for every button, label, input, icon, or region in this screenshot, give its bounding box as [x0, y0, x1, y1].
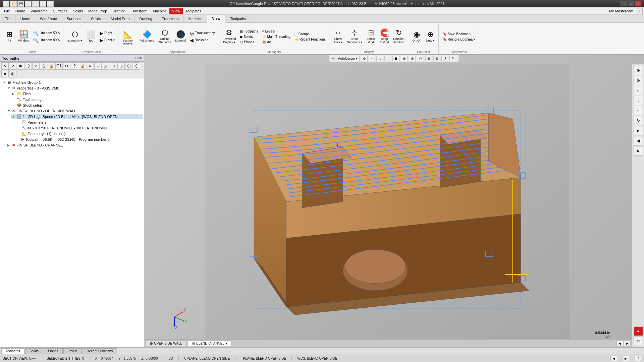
onoff-button[interactable]: ◉ On/Off	[411, 30, 423, 43]
tp-move[interactable]: ⬡	[133, 62, 140, 70]
unzoom50-button[interactable]: 🔍 Unzoom 50%	[32, 30, 61, 37]
section-view-button[interactable]: 📐 SectionView ▾	[121, 30, 134, 46]
qa-redo[interactable]: ↷	[40, 1, 46, 7]
ribbon-tab-home[interactable]: Home	[16, 15, 35, 22]
ribbon-tab-surfaces[interactable]: Surfaces	[62, 15, 86, 22]
tp-select[interactable]: ↖	[1, 62, 9, 70]
ac-btn7[interactable]: ⊗	[409, 56, 416, 61]
outline-shaded-button[interactable]: ⬡ OutlineShaded ▾	[157, 28, 173, 45]
tp-up[interactable]: △	[102, 62, 109, 70]
rt-settings[interactable]: ⚙	[634, 337, 643, 346]
rt-rotate[interactable]: ↻	[634, 116, 643, 125]
tree-expand-mg[interactable]: ▼	[3, 81, 6, 84]
menu-transform[interactable]: Transform	[128, 8, 150, 14]
tp-circle[interactable]: ◎	[9, 70, 16, 77]
tree-files[interactable]: ▶ 📁 Files	[11, 91, 143, 97]
tree-stock-setup[interactable]: 📦 Stock setup	[11, 102, 143, 108]
ac-btn2[interactable]: ○	[369, 56, 375, 61]
tp-box[interactable]: □	[110, 62, 117, 70]
planes-button[interactable]: ⬡ Planes	[238, 40, 259, 45]
bottom-tab-recent[interactable]: Recent Functions	[83, 348, 117, 354]
ribbon-tab-wireframe[interactable]: Wireframe	[35, 15, 62, 22]
fit-button[interactable]: ⊞ Fit	[3, 30, 15, 43]
tp-check[interactable]: G1	[55, 62, 63, 70]
menu-toolpaths[interactable]: Toolpaths	[183, 8, 204, 14]
toolpaths-mgr-button[interactable]: ☰ Toolpaths	[238, 29, 259, 34]
quick-access-toolbar[interactable]: 📄 📂 💾 🖨 ↶ ↷ ▾	[3, 1, 54, 7]
qa-undo[interactable]: ↶	[32, 1, 39, 7]
rt-pan-v[interactable]: ↕	[634, 96, 643, 105]
tp-close[interactable]: ✕	[139, 56, 142, 60]
qa-open[interactable]: 📂	[10, 1, 17, 7]
show-axes-button[interactable]: ↔ ShowAxes ▾	[332, 28, 344, 45]
rotation-position-button[interactable]: ↻ RotationPosition	[392, 28, 406, 45]
ac-btn10[interactable]: ⊠	[433, 56, 440, 61]
ribbon-tab-transform[interactable]: Transform	[157, 15, 184, 22]
show-grid-button[interactable]: ⊞ ShowGrid	[365, 28, 377, 45]
vp-nav-left[interactable]: ◀	[616, 341, 623, 346]
ribbon-tab-drafting[interactable]: Drafting	[135, 15, 157, 22]
tree-properties[interactable]: ▼ ⚙ Properties - 3 - AXIS VMC	[6, 85, 143, 91]
tp-wave2[interactable]: ≈	[87, 62, 94, 70]
tree-machine-group[interactable]: ▼ 🖥 Machine Group-1	[1, 80, 143, 85]
ac-btn6[interactable]: ⊕	[401, 56, 408, 61]
ac-btn8[interactable]: ⬡	[417, 56, 424, 61]
tree-tool-settings[interactable]: 🔧 Tool settings	[11, 97, 143, 102]
vp-nav-right[interactable]: ▶	[624, 341, 631, 346]
ribbon-tab-model-prep[interactable]: Model Prep	[106, 15, 135, 22]
ribbon-tab-machine[interactable]: Machine	[184, 15, 208, 22]
new-view-button[interactable]: ⊕ New ▾	[424, 30, 436, 43]
tp-transform[interactable]: ⬡	[24, 62, 32, 70]
tree-expand-fbc[interactable]: ▶	[7, 143, 11, 147]
bottom-tab-toolpaths[interactable]: Toolpaths	[1, 348, 24, 354]
tp-add[interactable]: ↗	[9, 62, 16, 70]
tp-filter[interactable]: ▽	[94, 62, 102, 70]
menu-drafting[interactable]: Drafting	[110, 8, 128, 14]
rt-nav2[interactable]: ▶	[634, 146, 643, 156]
tp-lock2[interactable]: 🔒	[79, 62, 86, 70]
tree-parameters[interactable]: 📋 Parameters	[15, 119, 143, 125]
show-gnomons-button[interactable]: ⊹ ShowGnomons ▾	[345, 28, 364, 45]
top-button[interactable]: ⬜ Top	[85, 30, 97, 43]
menu-wireframe[interactable]: Wireframe	[28, 8, 50, 14]
backside-button[interactable]: ◀ Backside	[189, 37, 216, 44]
isometric-button[interactable]: ⬡ Isometric ▾	[66, 30, 84, 43]
tree-expand-2dhs[interactable]: ▼	[12, 115, 15, 118]
autocursor-button[interactable]: AutoCursor ▾	[336, 56, 360, 61]
menu-model-prep[interactable]: Model Prep	[86, 8, 110, 14]
vp-tab-osw[interactable]: OPEN SIDE WALL	[146, 341, 186, 346]
tp-maximize[interactable]: □	[135, 56, 138, 60]
ac-btn3[interactable]: △	[376, 56, 383, 61]
art-button[interactable]: 🎨 Art	[261, 40, 292, 45]
groups-button[interactable]: ⬡ Groups	[293, 32, 327, 37]
ac-btn11[interactable]: ↺	[441, 56, 448, 61]
material-button[interactable]: 🌑 Material	[174, 30, 187, 43]
qa-more[interactable]: ▾	[47, 1, 54, 7]
tp-minimize[interactable]: ─	[131, 56, 134, 60]
qa-save[interactable]: 💾	[17, 1, 24, 7]
unzoom80-button[interactable]: 🔍 Unzoom 80%	[32, 37, 61, 44]
rt-zoom-out[interactable]: ⊖	[634, 76, 643, 85]
ribbon-tab-file[interactable]: File	[0, 15, 16, 22]
bottom-tab-solids[interactable]: Solids	[25, 348, 43, 354]
rt-record[interactable]: ●	[634, 326, 643, 336]
tp-help[interactable]: ?	[71, 62, 78, 70]
tree-toolpath-item[interactable]: ▶ Toolpath - 36.5K - 4062-23.NC - Progra…	[15, 136, 143, 142]
snap-to-grid-button[interactable]: 🧲 Snapto Grid	[378, 28, 390, 45]
ac-btn1[interactable]: ⊙	[361, 56, 368, 61]
tp-arrow[interactable]: ↣	[63, 62, 70, 70]
restore-bookmark-button[interactable]: 🔖 Restore Bookmark	[441, 37, 477, 42]
rt-nav1[interactable]: ◀	[634, 136, 643, 145]
rt-zoom-in[interactable]: ⊕	[634, 66, 643, 75]
window-controls[interactable]: ─ □ ✕	[621, 1, 641, 6]
status-nav-left[interactable]: ◀	[610, 356, 617, 361]
save-bookmark-button[interactable]: 🔖 Save Bookmark	[441, 32, 477, 37]
menu-solids[interactable]: Solids	[70, 8, 86, 14]
advanced-display-button[interactable]: ⚙ AdvancedDisplay ▾	[221, 28, 237, 45]
tree-finish-blend-osw[interactable]: ▼ ✖ FINISH BLEND - OPEN SIDE WALL	[6, 108, 143, 114]
rt-circle[interactable]: ○	[634, 86, 643, 95]
tree-expand-props[interactable]: ▼	[7, 86, 11, 90]
status-refresh[interactable]: ↺	[635, 356, 641, 361]
tree-2d-highspeed[interactable]: ▼ 🔢 1 - 2D High Speed (2D Blend Mi4) - […	[11, 114, 143, 119]
maximize-button[interactable]: □	[628, 1, 634, 6]
